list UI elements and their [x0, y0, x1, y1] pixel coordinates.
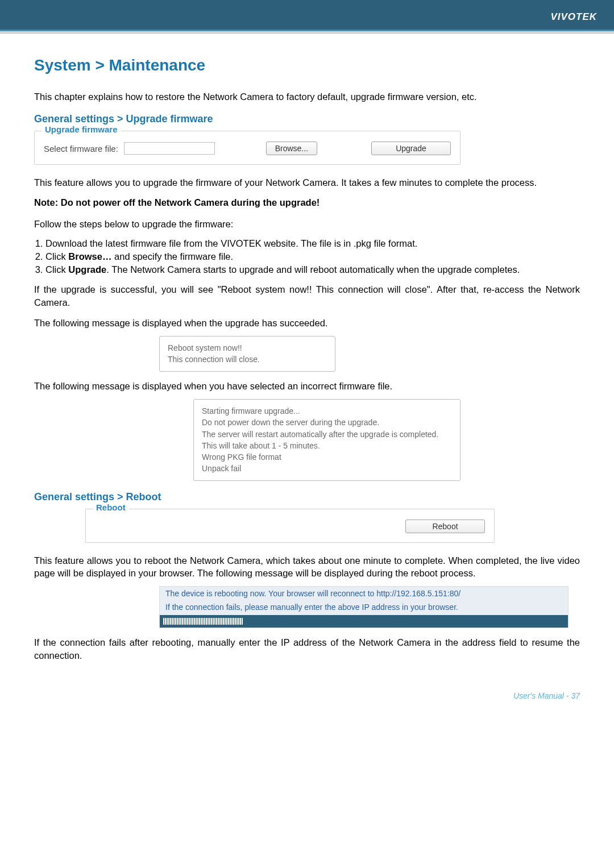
wrong-line-6: Unpack fail — [202, 463, 452, 474]
upgrade-button[interactable]: Upgrade — [371, 142, 451, 155]
progress-bar-fill — [163, 618, 243, 625]
wrong-line-2: Do not power down the server during the … — [202, 417, 452, 428]
wrong-line-3: The server will restart automatically af… — [202, 429, 452, 440]
upgrade-note: Note: Do not power off the Network Camer… — [34, 196, 580, 209]
banner-line-1: The device is rebooting now. Your browse… — [160, 587, 568, 600]
page-title: System > Maintenance — [34, 56, 580, 74]
upgrade-heading: General settings > Upgrade firmware — [34, 113, 580, 125]
reboot-fail-paragraph: If the connection fails after rebooting,… — [34, 636, 580, 662]
reboot-banner: The device is rebooting now. Your browse… — [159, 586, 569, 628]
intro-paragraph: This chapter explains how to restore the… — [34, 90, 580, 103]
reboot-heading: General settings > Reboot — [34, 491, 580, 503]
wrong-line-4: This will take about 1 - 5 minutes. — [202, 440, 452, 451]
upgrade-firmware-fieldset: Upgrade firmware Select firmware file: B… — [34, 131, 460, 165]
succeeded-lead: The following message is displayed when … — [34, 317, 580, 329]
success-paragraph: If the upgrade is successful, you will s… — [34, 283, 580, 309]
step-1: Download the latest firmware file from t… — [45, 237, 580, 250]
upgrade-row: Select firmware file: Browse... Upgrade — [44, 142, 451, 155]
step-2: Click Browse… and specify the firmware f… — [45, 250, 580, 263]
header-band: VIVOTEK — [0, 0, 614, 31]
firmware-file-input[interactable] — [124, 142, 215, 155]
progress-bar — [160, 615, 568, 628]
success-message-box: Reboot system now!! This connection will… — [159, 336, 335, 372]
steps-lead: Follow the steps below to upgrade the fi… — [34, 218, 580, 230]
reboot-fieldset: Reboot Reboot — [85, 509, 495, 543]
reboot-desc: This feature allows you to reboot the Ne… — [34, 554, 580, 580]
step-3: Click Upgrade. The Network Camera starts… — [45, 263, 580, 276]
wrong-message-box: Starting firmware upgrade... Do not powe… — [193, 399, 460, 481]
browse-button[interactable]: Browse... — [266, 142, 317, 155]
reboot-legend: Reboot — [93, 502, 129, 512]
page-footer: User's Manual - 37 — [0, 686, 614, 729]
upgrade-steps: Download the latest firmware file from t… — [34, 237, 580, 276]
file-label: Select firmware file: — [44, 144, 118, 153]
wrong-line-1: Starting firmware upgrade... — [202, 405, 452, 417]
upgrade-desc: This feature allows you to upgrade the f… — [34, 176, 580, 189]
reboot-button[interactable]: Reboot — [405, 520, 485, 533]
succ-line-1: Reboot system now!! — [168, 342, 327, 354]
brand-label: VIVOTEK — [550, 11, 597, 23]
wrong-line-5: Wrong PKG file format — [202, 451, 452, 463]
succ-line-2: This connection will close. — [168, 354, 327, 365]
wrong-lead: The following message is displayed when … — [34, 380, 580, 392]
upgrade-legend: Upgrade firmware — [42, 124, 121, 134]
reboot-row: Reboot — [95, 520, 485, 533]
page-content: System > Maintenance This chapter explai… — [0, 34, 614, 686]
banner-line-2: If the connection fails, please manually… — [160, 600, 568, 614]
